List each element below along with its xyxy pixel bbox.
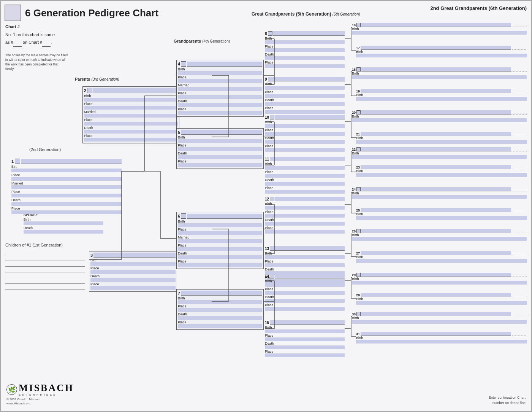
- gen3-children-label: Children of #1 (1st Generation): [5, 243, 63, 247]
- person-15-area: 15 Birth Place Death Place: [265, 320, 345, 358]
- person-25-area: 25 Birth: [356, 208, 527, 220]
- person-17-area: 17 Birth: [356, 46, 527, 57]
- person-27-area: 27 Birth: [356, 251, 527, 263]
- p1-place2[interactable]: [11, 194, 122, 197]
- person-7-box: 7 Birth Place Death Place: [176, 289, 264, 330]
- person-28-area: 28 Birth: [352, 273, 527, 285]
- gen2-label: (2nd Generation): [29, 147, 61, 152]
- spouse-section: SPOUSE Birth Death: [24, 213, 103, 234]
- person-8-area: 8 Birth Place Death Place: [265, 31, 345, 68]
- person-20-area: 20 Birth: [352, 110, 527, 122]
- person-4-box: 4 Birth Place Married Place Death Place: [176, 60, 264, 117]
- gen4-label: Grandparents (4th Generation): [174, 39, 230, 43]
- person-1-box: 1 Birth Place Married Place Death Place: [11, 159, 122, 215]
- person-22-area: 22 Birth: [352, 147, 527, 159]
- spouse-death[interactable]: [24, 230, 103, 234]
- person-12-area: 12 Birth Place Death Place: [265, 197, 345, 234]
- gen6-label: 2nd Great Grandparents (6th Generation): [430, 5, 527, 11]
- logo-sub: ENTERPRISES: [19, 393, 74, 396]
- person-14-area: 14 Birth Place Death Place: [265, 274, 345, 311]
- person-1-name[interactable]: [21, 159, 122, 164]
- person-18-area: 18 Birth: [352, 67, 527, 79]
- person-5-box: 5 Birth Place Death Place: [176, 128, 264, 169]
- person-9-area: 9 Birth Place Death Place: [265, 77, 345, 114]
- person-11-area: 11 Birth Place Death Place: [265, 157, 345, 194]
- note-text: The boxes by the male names may be fille…: [5, 53, 68, 72]
- title-square: [5, 5, 21, 21]
- logo-area: 🌿 MISBACH ENTERPRISES © 2002 Grant L. Mi…: [6, 383, 74, 406]
- parents-gen3-label: Parents (3rd Generation): [75, 77, 119, 81]
- person-23-area: 23 Birth: [356, 165, 527, 177]
- logo-copyright: © 2002 Grant L. Misbachwww.Misbach.org: [6, 397, 74, 406]
- spouse-birth[interactable]: [24, 221, 103, 225]
- p1-death[interactable]: [11, 202, 122, 206]
- person-2-box: 2 Birth Place Married Place Death Place: [82, 86, 179, 143]
- p1-place1[interactable]: [11, 177, 122, 181]
- person-21-area: 21 Birth: [356, 132, 527, 144]
- footer-note: Enter continuation Chartnumber on dotted…: [489, 395, 526, 406]
- person-30-area: 30 Birth: [352, 312, 527, 324]
- person-10-area: 10 Birth Place Death Place: [265, 115, 345, 152]
- person-26-area: 26 Birth: [352, 229, 527, 241]
- children-lines: [5, 251, 85, 291]
- logo-text: MISBACH: [19, 383, 74, 393]
- person-24-area: 24 Birth: [352, 187, 527, 199]
- person-3-box: 3 Birth Place Death Place: [89, 251, 177, 292]
- gen5-label: Great Grandparents (5th Generation) (5th…: [252, 11, 360, 17]
- logo-icon: 🌿: [6, 384, 17, 395]
- p1-married[interactable]: [11, 185, 122, 189]
- p1-birth[interactable]: [11, 169, 122, 172]
- chart-hash: Chart #: [5, 24, 20, 29]
- person-31-area: 31 Birth: [356, 332, 527, 344]
- person-6-box: 6 Birth Place Married Place Death Place: [176, 212, 264, 269]
- header-title-area: 6 Generation Pedigree Chart: [5, 5, 158, 21]
- person-1-checkbox: [15, 159, 20, 164]
- person-29-area: 29 Birth: [356, 293, 527, 305]
- person-19-area: 19 Birth: [356, 89, 527, 101]
- main-title: 6 Generation Pedigree Chart: [25, 7, 158, 19]
- chart-info: No. 1 on this chart is same as # on Char…: [5, 31, 55, 47]
- pedigree-chart: 6 Generation Pedigree Chart Great Grandp…: [0, 0, 532, 412]
- person-16-area: 16 Birth: [352, 23, 527, 35]
